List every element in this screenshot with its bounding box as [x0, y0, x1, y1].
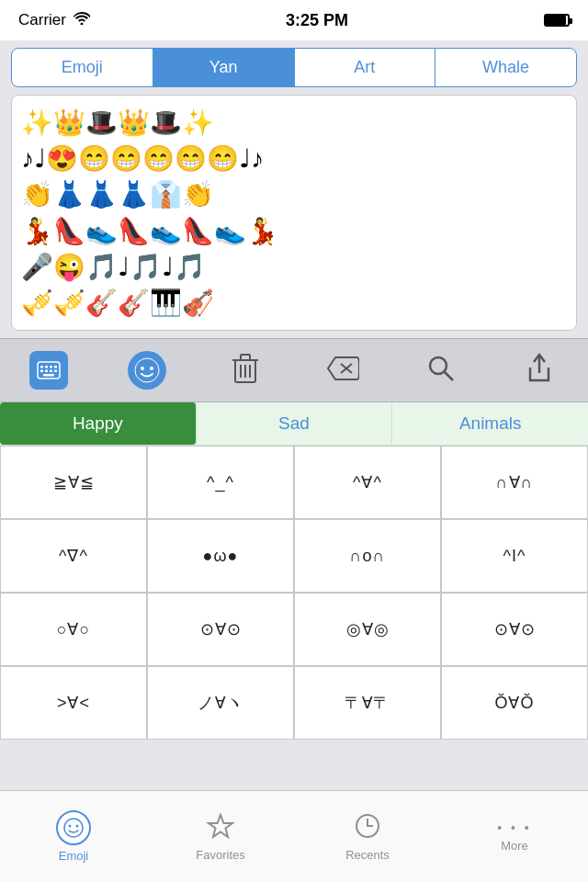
svg-rect-5: [40, 370, 43, 373]
kaomoji-cell[interactable]: ^_^: [147, 446, 294, 519]
tab-art[interactable]: Art: [295, 49, 436, 86]
wifi-icon: [74, 11, 90, 29]
svg-rect-9: [43, 374, 54, 377]
svg-point-24: [64, 819, 83, 837]
svg-rect-1: [40, 366, 43, 368]
svg-rect-6: [45, 370, 48, 373]
bottom-tab-emoji-label: Emoji: [59, 849, 89, 863]
face-button[interactable]: [125, 348, 169, 392]
kaomoji-cell[interactable]: ^I^: [441, 519, 588, 593]
battery-icon: [544, 14, 570, 27]
battery-area: [544, 14, 570, 27]
delete-icon: [326, 356, 359, 385]
category-tab-bar: Happy Sad Animals: [0, 402, 588, 446]
svg-point-25: [69, 825, 72, 828]
bottom-tab-more-label: More: [501, 839, 528, 853]
kaomoji-cell[interactable]: ノ∀ヽ: [147, 666, 294, 740]
kaomoji-cell[interactable]: 〒∀〒: [294, 666, 441, 740]
kaomoji-cell[interactable]: ⊙∀⊙: [441, 593, 588, 666]
face-icon: [128, 351, 166, 390]
trash-button[interactable]: [223, 348, 267, 392]
kaomoji-grid: ≧∀≦ ^_^ ^∀^ ∩∀∩ ^∇^ ●ω● ∩o∩ ^I^ ○∀○ ⊙∀⊙ …: [0, 446, 588, 740]
status-bar: Carrier 3:25 PM: [0, 0, 588, 40]
tab-whale[interactable]: Whale: [435, 49, 576, 86]
svg-point-21: [430, 357, 447, 374]
cat-tab-animals[interactable]: Animals: [392, 402, 588, 445]
cat-tab-sad[interactable]: Sad: [197, 402, 393, 445]
svg-line-22: [445, 372, 453, 380]
kaomoji-cell[interactable]: ∩∀∩: [441, 446, 588, 519]
kaomoji-cell[interactable]: ^∀^: [294, 446, 441, 519]
kaomoji-cell[interactable]: ∩o∩: [294, 519, 441, 593]
cat-tab-happy[interactable]: Happy: [0, 402, 197, 445]
kaomoji-cell[interactable]: ◎∀◎: [294, 593, 441, 666]
svg-rect-8: [54, 370, 57, 373]
bottom-tab-more[interactable]: • • • More: [441, 820, 588, 853]
kaomoji-cell[interactable]: ●ω●: [147, 519, 294, 593]
svg-point-10: [135, 358, 159, 382]
clock-icon: [353, 811, 382, 844]
time-display: 3:25 PM: [286, 11, 348, 30]
delete-button[interactable]: [321, 348, 365, 392]
bottom-tab-emoji[interactable]: Emoji: [0, 810, 147, 863]
svg-rect-4: [54, 366, 57, 368]
search-button[interactable]: [419, 348, 463, 392]
svg-rect-2: [45, 366, 48, 368]
tab-yan[interactable]: Yan: [153, 49, 295, 86]
bottom-tab-recents[interactable]: Recents: [294, 811, 441, 862]
star-icon: [206, 811, 235, 844]
share-icon: [526, 353, 552, 388]
svg-rect-7: [50, 370, 52, 373]
tab-emoji[interactable]: Emoji: [12, 49, 153, 86]
search-icon: [427, 355, 455, 386]
keyboard-icon: [29, 351, 68, 390]
svg-point-26: [76, 825, 79, 828]
bottom-tab-favorites-label: Favorites: [196, 848, 244, 862]
kaomoji-cell[interactable]: ^∇^: [0, 519, 147, 593]
kaomoji-cell[interactable]: >∀<: [0, 666, 147, 740]
emoji-preview-area: ✨👑🎩👑🎩✨ ♪♩😍😁😁😁😁😁♩♪ 👏👗👗👗👔👏 💃👠👟👠👟👠👟💃 🎤😜🎵♩🎵♩…: [11, 95, 577, 331]
keyboard-button[interactable]: [27, 348, 71, 392]
bottom-tab-bar: Emoji Favorites Recents • • • More: [0, 790, 588, 882]
svg-point-11: [141, 367, 144, 370]
trash-icon: [232, 353, 259, 388]
kaomoji-cell[interactable]: ⊙∀⊙: [147, 593, 294, 666]
kaomoji-cell[interactable]: ○∀○: [0, 593, 147, 666]
carrier-label: Carrier: [18, 11, 66, 29]
bottom-tab-recents-label: Recents: [345, 848, 390, 862]
top-tab-bar: Emoji Yan Art Whale: [11, 48, 577, 87]
kaomoji-cell[interactable]: Ŏ∀Ŏ: [441, 666, 588, 740]
svg-rect-3: [50, 366, 52, 368]
svg-point-12: [150, 367, 153, 370]
bottom-tab-favorites[interactable]: Favorites: [147, 811, 294, 862]
share-button[interactable]: [517, 348, 561, 392]
kaomoji-cell[interactable]: ≧∀≦: [0, 446, 147, 519]
emoji-face-icon: [56, 810, 91, 845]
toolbar: [0, 338, 588, 402]
dots-icon: • • •: [497, 820, 531, 835]
svg-marker-27: [209, 815, 232, 837]
svg-rect-15: [241, 355, 250, 360]
